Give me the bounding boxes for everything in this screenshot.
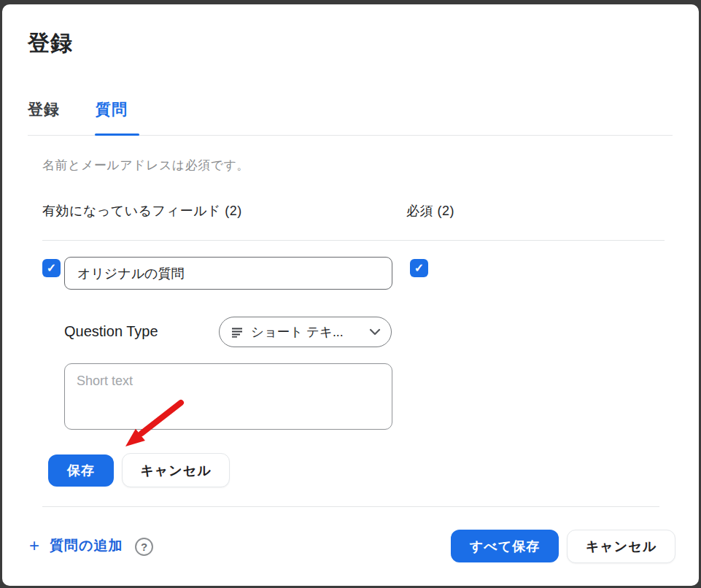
active-tab-underline — [95, 134, 139, 136]
dialog-title: 登録 — [28, 28, 73, 58]
question-type-select[interactable]: ショート テキ... — [219, 317, 392, 347]
required-header: 必須 (2) — [406, 202, 454, 220]
short-text-icon — [231, 326, 244, 339]
registration-dialog: 登録 登録 質問 名前とメールアドレスは必須です。 有効になっているフィールド … — [2, 4, 699, 586]
footer-divider — [42, 506, 659, 507]
enabled-checkbox[interactable]: ✓ — [42, 259, 61, 277]
check-icon: ✓ — [414, 263, 424, 274]
cancel-button[interactable]: キャンセル — [122, 453, 230, 487]
footer-cancel-button[interactable]: キャンセル — [567, 530, 675, 563]
answer-preview-textarea[interactable] — [64, 363, 392, 430]
question-type-label: Question Type — [64, 323, 158, 340]
required-checkbox[interactable]: ✓ — [410, 259, 428, 277]
plus-icon: + — [29, 537, 39, 554]
required-note: 名前とメールアドレスは必須です。 — [42, 157, 249, 174]
header-divider — [42, 240, 665, 241]
save-button[interactable]: 保存 — [48, 454, 114, 487]
question-title-input[interactable] — [64, 257, 392, 290]
question-type-value: ショート テキ... — [251, 323, 369, 341]
enabled-fields-header: 有効になっているフィールド (2) — [42, 202, 242, 220]
add-question-label: 質問の追加 — [50, 536, 123, 555]
help-icon[interactable]: ? — [135, 538, 153, 556]
tab-questions[interactable]: 質問 — [96, 99, 128, 120]
check-icon: ✓ — [47, 263, 56, 274]
add-question-link[interactable]: + 質問の追加 — [29, 536, 123, 555]
chevron-down-icon — [369, 328, 381, 336]
save-all-button[interactable]: すべて保存 — [451, 530, 559, 562]
tab-registration[interactable]: 登録 — [28, 99, 60, 120]
